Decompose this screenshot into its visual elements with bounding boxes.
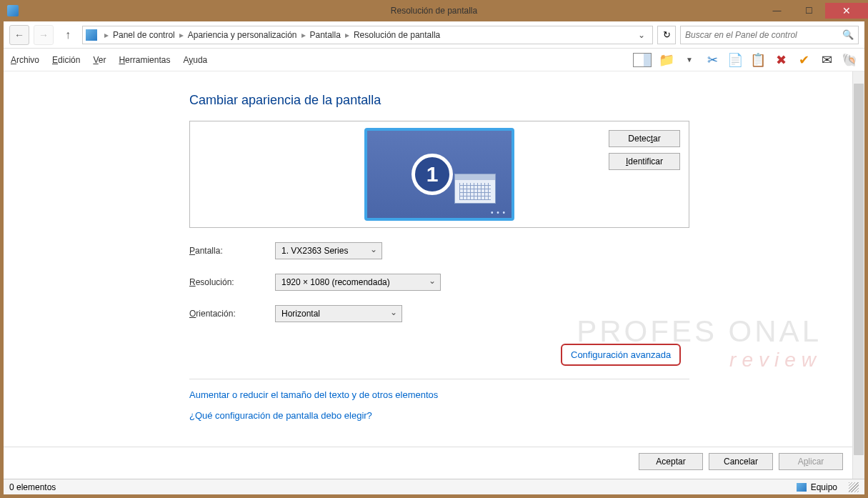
- folder-icon[interactable]: 📁: [659, 52, 674, 68]
- resolution-label: Resolución:: [189, 277, 275, 287]
- menu-file[interactable]: Archivo: [11, 55, 39, 65]
- breadcrumb-item[interactable]: Apariencia y personalización: [188, 30, 297, 40]
- cut-icon[interactable]: ✂: [704, 52, 720, 68]
- resolution-value: 1920 × 1080 (recomendada): [281, 277, 390, 287]
- search-input[interactable]: [685, 30, 842, 40]
- orientation-label: Orientación:: [189, 309, 275, 319]
- chevron-right-icon: ▸: [176, 30, 186, 40]
- search-icon[interactable]: 🔍: [842, 29, 854, 40]
- advanced-settings-link[interactable]: Configuración avanzada: [561, 344, 681, 366]
- paste-icon[interactable]: 📋: [750, 52, 766, 68]
- back-button[interactable]: ←: [9, 25, 29, 45]
- orientation-value: Horizontal: [281, 309, 320, 319]
- monitor-preview[interactable]: 1 • • •: [364, 128, 514, 221]
- content-area: Cambiar apariencia de la pantalla 1 • • …: [4, 71, 864, 479]
- computer-icon: [797, 483, 807, 492]
- which-settings-link[interactable]: ¿Qué configuración de pantalla debo eleg…: [189, 410, 864, 421]
- computer-icon: [86, 29, 97, 41]
- close-button[interactable]: ✕: [825, 3, 868, 19]
- bottom-divider: [4, 447, 852, 447]
- dropdown-icon[interactable]: ▼: [682, 52, 697, 68]
- monitor-preview-box: 1 • • • Detectar Identificar: [189, 121, 689, 228]
- detect-button[interactable]: Detectar: [609, 130, 680, 147]
- menu-help[interactable]: Ayuda: [183, 55, 207, 65]
- monitor-dots-icon: • • •: [491, 209, 506, 216]
- display-select[interactable]: 1. VX2363 Series: [275, 242, 382, 259]
- scrollbar[interactable]: [852, 71, 864, 479]
- refresh-button[interactable]: ↻: [657, 26, 676, 44]
- resolution-row: Resolución: 1920 × 1080 (recomendada): [189, 274, 864, 291]
- window-title: Resolución de pantalla: [391, 6, 477, 16]
- chevron-right-icon: ▸: [299, 30, 309, 40]
- mail-icon[interactable]: ✉: [819, 52, 834, 68]
- apply-button[interactable]: Aplicar: [779, 453, 843, 470]
- menubar: Archivo Edición Ver Herramientas Ayuda 📁…: [4, 49, 864, 71]
- minimize-button[interactable]: —: [761, 3, 793, 19]
- nav-toolbar: ← → ↑ ▸ Panel de control ▸ Apariencia y …: [4, 21, 864, 49]
- resize-grip-icon[interactable]: [849, 482, 859, 492]
- up-button[interactable]: ↑: [58, 25, 78, 45]
- shell-icon[interactable]: 🐚: [842, 52, 857, 68]
- divider: [189, 379, 689, 379]
- forward-button[interactable]: →: [34, 25, 54, 45]
- dialog-buttons: Aceptar Cancelar Aplicar: [639, 453, 843, 470]
- system-icon: [7, 5, 19, 16]
- breadcrumb[interactable]: ▸ Panel de control ▸ Apariencia y person…: [82, 26, 653, 44]
- status-right[interactable]: Equipo: [811, 482, 837, 492]
- monitor-mini-icon: [454, 174, 496, 204]
- identify-button[interactable]: Identificar: [609, 153, 680, 170]
- status-left: 0 elementos: [9, 482, 56, 492]
- window-buttons: — ☐ ✕: [761, 3, 868, 19]
- monitor-number: 1: [411, 154, 453, 195]
- panes-icon[interactable]: [633, 53, 652, 67]
- resize-text-link[interactable]: Aumentar o reducir el tamaño del texto y…: [189, 389, 864, 400]
- display-value: 1. VX2363 Series: [281, 246, 348, 256]
- window-frame: ← → ↑ ▸ Panel de control ▸ Apariencia y …: [0, 21, 868, 498]
- resolution-select[interactable]: 1920 × 1080 (recomendada): [275, 274, 441, 291]
- orientation-select[interactable]: Horizontal: [275, 305, 402, 322]
- breadcrumb-item[interactable]: Pantalla: [310, 30, 341, 40]
- check-icon[interactable]: ✔: [796, 52, 812, 68]
- display-label: Pantalla:: [189, 246, 275, 256]
- chevron-right-icon: ▸: [342, 30, 352, 40]
- chevron-right-icon: ▸: [101, 30, 111, 40]
- toolbar-icons: 📁 ▼ ✂ 📄 📋 ✖ ✔ ✉ 🐚: [633, 52, 857, 68]
- breadcrumb-item[interactable]: Resolución de pantalla: [354, 30, 440, 40]
- page-heading: Cambiar apariencia de la pantalla: [189, 93, 864, 108]
- orientation-row: Orientación: Horizontal: [189, 305, 864, 322]
- menu-tools[interactable]: Herramientas: [119, 55, 170, 65]
- breadcrumb-item[interactable]: Panel de control: [113, 30, 175, 40]
- cancel-button[interactable]: Cancelar: [709, 453, 773, 470]
- search-box[interactable]: 🔍: [680, 26, 859, 44]
- chevron-down-icon[interactable]: ⌄: [634, 30, 649, 40]
- ok-button[interactable]: Aceptar: [639, 453, 703, 470]
- menu-edit[interactable]: Edición: [52, 55, 80, 65]
- titlebar: Resolución de pantalla — ☐ ✕: [0, 0, 868, 21]
- display-row: Pantalla: 1. VX2363 Series: [189, 242, 864, 259]
- maximize-button[interactable]: ☐: [793, 3, 825, 19]
- copy-icon[interactable]: 📄: [727, 52, 743, 68]
- settings-panel: Cambiar apariencia de la pantalla 1 • • …: [4, 71, 864, 421]
- menu-view[interactable]: Ver: [93, 55, 106, 65]
- scrollbar-thumb[interactable]: [854, 84, 864, 455]
- delete-icon[interactable]: ✖: [773, 52, 789, 68]
- statusbar: 0 elementos Equipo: [4, 479, 864, 494]
